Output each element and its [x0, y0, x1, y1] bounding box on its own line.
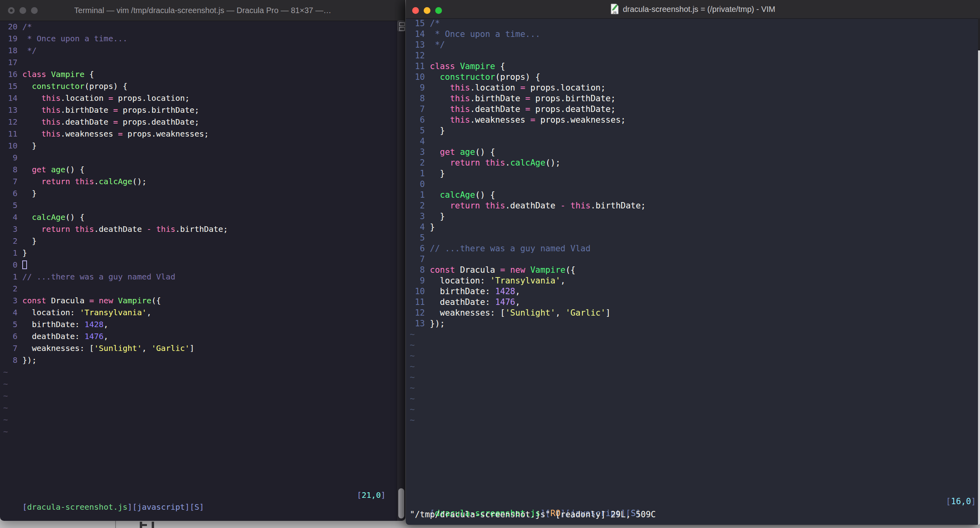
code-token: () {	[66, 212, 85, 222]
line-number: 15	[410, 18, 425, 29]
line-number: 17	[3, 56, 17, 68]
code-token	[430, 72, 440, 82]
svg-text:JS: JS	[613, 11, 617, 14]
zoom-button-icon[interactable]	[31, 7, 38, 14]
code-token: =	[525, 94, 531, 103]
code-token	[430, 94, 450, 103]
split-pane-button[interactable]	[397, 21, 405, 31]
code-line: 4}	[410, 222, 978, 233]
code-token: 1428	[85, 320, 104, 329]
code-line: 15/*	[410, 18, 978, 29]
empty-line: ~	[410, 329, 978, 340]
code-token	[22, 177, 41, 186]
code-line: 10 }	[3, 140, 397, 152]
code-line: 0	[410, 179, 978, 190]
macvim-titlebar[interactable]: JS dracula-screenshot.js = (/private/tmp…	[406, 0, 980, 19]
status-segment: [	[946, 497, 951, 506]
line-number: 7	[3, 175, 17, 187]
code-token: class	[430, 62, 460, 71]
code-token	[430, 115, 450, 125]
status-segment: ]	[381, 490, 386, 500]
tilde-marker: ~	[3, 391, 8, 401]
code-token: });	[22, 355, 37, 365]
code-token: this	[571, 201, 591, 210]
close-button-icon[interactable]	[8, 7, 15, 14]
line-number: 0	[410, 179, 425, 190]
vim-buffer-left[interactable]: 20/*19 * Once upon a time...18 */1716cla…	[0, 21, 397, 437]
code-token: ,	[515, 297, 521, 307]
code-token: .	[505, 158, 510, 168]
code-line: 6// ...there was a guy named Vlad	[410, 243, 978, 254]
code-token: .location	[470, 83, 520, 92]
minimize-button-icon[interactable]	[424, 7, 430, 14]
code-line: 9 this.location = props.location;	[410, 83, 978, 93]
code-token: .location	[60, 93, 108, 103]
code-token: birthDate:	[430, 287, 495, 296]
code-line: 8 get age() {	[3, 164, 397, 175]
vim-buffer-right[interactable]: 15/*14 * Once upon a time...13 */1211cla…	[406, 18, 978, 426]
zoom-button-icon[interactable]	[435, 7, 442, 14]
code-line: 14 this.location = props.location;	[3, 92, 397, 104]
empty-line: ~	[3, 366, 397, 378]
scrollbar-track[interactable]	[978, 50, 980, 525]
empty-line: ~	[410, 340, 978, 351]
terminal-titlebar[interactable]: Terminal — vim /tmp/dracula-screenshot.j…	[0, 0, 405, 21]
code-token: }	[430, 169, 445, 178]
code-token: props.deathDate;	[530, 104, 615, 114]
minimize-button-icon[interactable]	[19, 7, 26, 14]
code-token	[22, 224, 41, 234]
line-number: 0	[3, 259, 17, 271]
code-token: = new	[89, 296, 118, 305]
close-button-icon[interactable]	[412, 7, 419, 14]
code-token: weaknesses: [	[22, 343, 94, 353]
code-token: age	[51, 165, 65, 174]
code-token: .weaknesses	[60, 129, 118, 139]
code-token: -	[560, 201, 565, 210]
code-token: Vampire	[460, 62, 495, 71]
code-token: () {	[475, 190, 495, 200]
status-segment: ][	[127, 502, 137, 512]
line-number: 8	[410, 93, 425, 104]
code-token: calcAge	[32, 212, 65, 222]
line-number: 2	[410, 200, 425, 211]
code-line: 6 }	[3, 187, 397, 199]
code-token: =	[530, 115, 535, 125]
code-token: }	[22, 248, 27, 258]
document-proxy-icon[interactable]: JS	[610, 4, 619, 15]
code-line: 2	[3, 283, 397, 295]
code-token: this	[41, 93, 60, 103]
scrollbar-thumb[interactable]	[398, 488, 404, 518]
code-token: /*	[22, 22, 32, 31]
code-line: 1// ...there was a guy named Vlad	[3, 271, 397, 283]
code-line: 7	[410, 254, 978, 265]
tilde-marker: ~	[410, 415, 415, 425]
line-number: 13	[410, 318, 425, 329]
code-token: .birthDate;	[590, 201, 646, 210]
code-token: .birthDate;	[175, 224, 228, 234]
code-token: props.weaknesses;	[123, 129, 209, 139]
code-line: 9	[3, 152, 397, 164]
terminal-scrollbar[interactable]	[397, 21, 405, 521]
code-token: () {	[475, 147, 495, 157]
code-token: .deathDate	[470, 104, 525, 114]
code-token: =	[113, 117, 118, 127]
line-number: 9	[410, 276, 425, 286]
tilde-marker: ~	[410, 330, 415, 339]
code-line: 12	[410, 50, 978, 61]
code-token: 1428	[495, 287, 515, 296]
code-line: 12 this.deathDate = props.deathDate;	[3, 116, 397, 128]
terminal-window-title: Terminal — vim /tmp/dracula-screenshot.j…	[74, 6, 331, 15]
line-number: 5	[3, 199, 17, 211]
line-number: 18	[3, 44, 17, 56]
scrollbar-track-top[interactable]	[978, 18, 980, 50]
code-token: constructor	[440, 72, 495, 82]
code-token: }	[22, 141, 37, 150]
tilde-marker: ~	[410, 394, 415, 403]
macvim-window-title: dracula-screenshot.js = (/private/tmp) -…	[623, 5, 775, 14]
vim-statusline-right: [dracula-screenshot.js][RO][javascript][…	[406, 495, 977, 507]
code-token: (props) {	[495, 72, 540, 82]
line-number: 5	[410, 125, 425, 136]
code-token: return this	[450, 158, 505, 168]
cursor-position-indicator: [16,0]	[946, 495, 976, 507]
empty-line: ~	[410, 361, 978, 372]
